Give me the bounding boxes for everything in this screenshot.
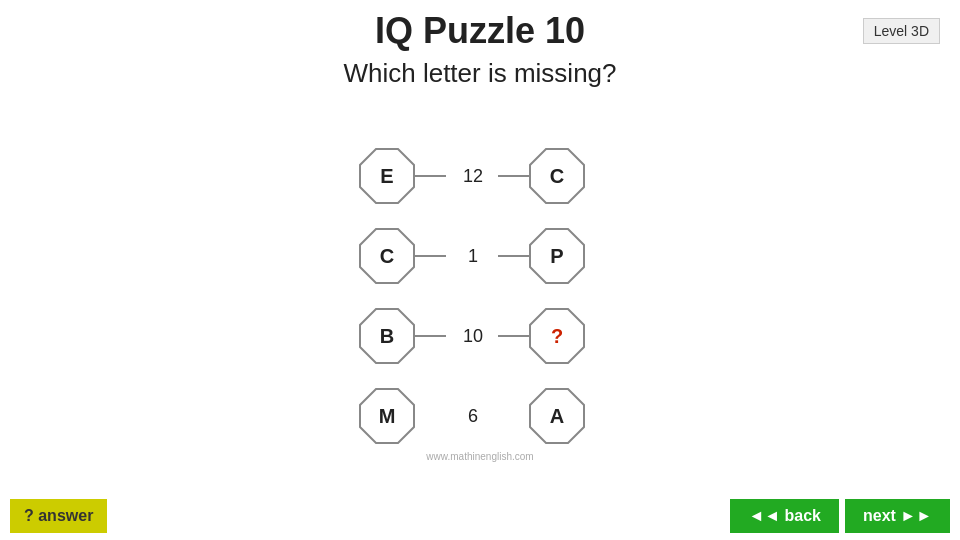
svg-text:A: A bbox=[550, 405, 564, 427]
svg-text:M: M bbox=[379, 405, 396, 427]
answer-button[interactable]: ? answer bbox=[10, 499, 107, 533]
svg-text:B: B bbox=[380, 325, 394, 347]
page-title: IQ Puzzle 10 bbox=[327, 10, 634, 52]
svg-text:10: 10 bbox=[463, 326, 483, 346]
back-button[interactable]: ◄◄ back bbox=[730, 499, 839, 533]
svg-text:1: 1 bbox=[468, 246, 478, 266]
svg-text:C: C bbox=[380, 245, 394, 267]
watermark: www.mathinenglish.com bbox=[0, 451, 960, 462]
next-button[interactable]: next ►► bbox=[845, 499, 950, 533]
svg-text:12: 12 bbox=[463, 166, 483, 186]
puzzle-grid: E 12 C C 1 P bbox=[320, 109, 640, 449]
svg-text:6: 6 bbox=[468, 406, 478, 426]
svg-text:?: ? bbox=[551, 325, 563, 347]
bottom-bar: ? answer ◄◄ back next ►► bbox=[0, 492, 960, 540]
subtitle: Which letter is missing? bbox=[0, 58, 960, 89]
svg-text:E: E bbox=[380, 165, 393, 187]
svg-text:C: C bbox=[550, 165, 564, 187]
svg-text:P: P bbox=[550, 245, 563, 267]
level-badge: Level 3D bbox=[863, 18, 940, 44]
